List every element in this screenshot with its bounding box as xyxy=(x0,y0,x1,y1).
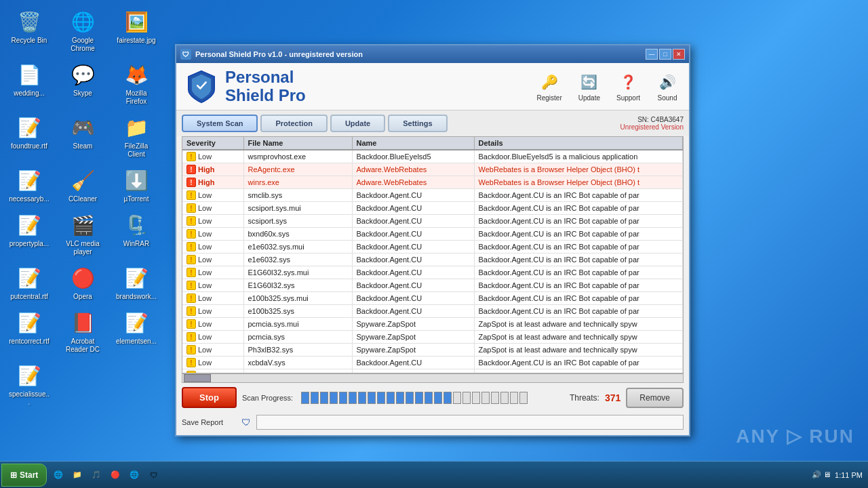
progress-block xyxy=(396,392,404,404)
tab-settings[interactable]: Settings xyxy=(388,115,447,132)
table-row[interactable]: !Low pcmcia.sys.mui Spyware.ZapSpot ZapS… xyxy=(182,318,683,331)
app-logo-area: Personal Shield Pro xyxy=(184,68,306,104)
table-row[interactable]: !Low xcbdaV.sys Backdoor.Agent.CU Backdo… xyxy=(182,357,683,369)
table-row[interactable]: !Low e1e6032.sys.mui Backdoor.Agent.CU B… xyxy=(182,241,683,253)
icon-google-chrome[interactable]: 🌐 Google Chrome xyxy=(59,5,106,56)
cell-filename: wsmprovhost.exe xyxy=(243,150,352,163)
table-row[interactable]: !Low e100b325.sys.mui Backdoor.Agent.CU … xyxy=(182,292,683,305)
progress-block xyxy=(472,392,480,404)
table-row[interactable]: !Low smclib.sys Backdoor.Agent.CU Backdo… xyxy=(182,189,683,202)
icon-foundtrue[interactable]: 📝 foundtrue.rtf xyxy=(5,111,53,161)
table-row[interactable]: !Low scsiport.sys.mui Backdoor.Agent.CU … xyxy=(182,202,683,215)
table-row[interactable]: !Low scsiport.sys Backdoor.Agent.CU Back… xyxy=(182,215,683,228)
table-row[interactable]: !Low e1e6032.sys Backdoor.Agent.CU Backd… xyxy=(182,253,683,266)
taskbar-shield-icon[interactable]: 🛡 xyxy=(144,466,162,484)
progress-block xyxy=(377,392,385,404)
tab-system-scan[interactable]: System Scan xyxy=(182,115,258,132)
nav-tabs: System Scan Protection Update Settings xyxy=(182,115,448,132)
icon-putcentral[interactable]: 📝 putcentral.rtf xyxy=(5,262,53,304)
cell-severity: !Low xyxy=(182,215,243,228)
taskbar-app1-icon[interactable]: 🔴 xyxy=(106,466,124,484)
table-row[interactable]: !Low wsmprovhost.exe Backdoor.BlueEyelsd… xyxy=(182,150,683,163)
icon-elementsen[interactable]: 📝 elementsen... xyxy=(113,306,160,357)
icon-skype[interactable]: 💬 Skype xyxy=(59,58,106,108)
filezilla-label: FileZilla Client xyxy=(115,142,157,159)
cell-details: WebRebates is a Browser Helper Object (B… xyxy=(474,163,683,176)
cell-details: WebRebates is a Browser Helper Object (B… xyxy=(474,176,683,189)
table-row[interactable]: !Low E1G60I32.sys Backdoor.Agent.CU Back… xyxy=(182,279,683,292)
firefox-icon: 🦊 xyxy=(123,61,150,88)
cell-name: Spyware.ZapSpot xyxy=(352,344,474,357)
app-title-icon: 🛡 xyxy=(180,49,191,60)
utorrent-icon: ⬇️ xyxy=(123,167,150,194)
table-row[interactable]: !Low Ph3xlB32.sys Spyware.ZapSpot ZapSpo… xyxy=(182,344,683,357)
cell-filename: xcbdaV.sys xyxy=(243,357,352,369)
start-icon: ⊞ xyxy=(10,470,17,480)
update-header-button[interactable]: 🔄 Update xyxy=(576,68,603,104)
close-button[interactable]: ✕ xyxy=(673,49,685,60)
cell-details: Backdoor.Agent.CU is an IRC Bot capable … xyxy=(474,266,683,279)
horizontal-scrollbar[interactable] xyxy=(182,373,684,383)
col-name: Name xyxy=(352,137,474,150)
icon-necessaryb[interactable]: 📝 necessaryb... xyxy=(5,164,53,206)
scrollbar-thumb[interactable] xyxy=(184,374,211,382)
tab-update[interactable]: Update xyxy=(330,115,385,132)
table-row[interactable]: !High ReAgentc.exe Adware.WebRebates Web… xyxy=(182,163,683,176)
table-row[interactable]: !Low E1G60I32.sys.mui Backdoor.Agent.CU … xyxy=(182,266,683,279)
icon-rentcorrect[interactable]: 📝 rentcorrect.rtf xyxy=(5,306,53,357)
icon-wedding[interactable]: 📄 wedding... xyxy=(5,58,53,108)
register-button[interactable]: 🔑 Register xyxy=(534,68,564,104)
icon-specialissue[interactable]: 📝 specialissue... xyxy=(5,359,53,409)
icon-firefox[interactable]: 🦊 Mozilla Firefox xyxy=(113,58,160,108)
brandswork-label: brandswork... xyxy=(116,293,157,301)
icon-ccleaner[interactable]: 🧹 CCleaner xyxy=(59,164,106,206)
progress-block xyxy=(387,392,395,404)
low-warning-icon: ! xyxy=(186,229,196,239)
ccleaner-label: CCleaner xyxy=(68,195,97,203)
icon-fairestate[interactable]: 🖼️ fairestate.jpg xyxy=(113,5,160,56)
sound-label: Sound xyxy=(658,94,677,102)
cell-severity: !Low xyxy=(182,279,243,292)
icon-steam[interactable]: 🎮 Steam xyxy=(59,111,106,161)
scan-table-container[interactable]: Severity File Name Name Details !Low wsm… xyxy=(182,136,684,373)
cell-details: Backdoor.Agent.CU is an IRC Bot capable … xyxy=(474,215,683,228)
progress-block xyxy=(510,392,518,404)
minimize-button[interactable]: — xyxy=(646,49,658,60)
table-row[interactable]: !Low bxnd60x.sys Backdoor.Agent.CU Backd… xyxy=(182,228,683,241)
restore-button[interactable]: □ xyxy=(659,49,671,60)
firefox-label: Mozilla Firefox xyxy=(115,89,157,106)
table-row[interactable]: !High winrs.exe Adware.WebRebates WebReb… xyxy=(182,176,683,189)
threats-area: Threats: 371 Remove xyxy=(570,388,684,408)
taskbar-folder-icon[interactable]: 📁 xyxy=(68,466,86,484)
icon-filezilla[interactable]: 📁 FileZilla Client xyxy=(113,111,160,161)
icon-vlc[interactable]: 🎬 VLC media player xyxy=(59,209,106,259)
start-button[interactable]: ⊞ Start xyxy=(1,464,47,487)
icon-winrar[interactable]: 🗜️ WinRAR xyxy=(113,209,160,259)
icon-opera[interactable]: 🔴 Opera xyxy=(59,262,106,304)
icon-brandswork[interactable]: 📝 brandswork... xyxy=(113,262,160,304)
table-row[interactable]: !Low pcmcia.sys Spyware.ZapSpot ZapSpot … xyxy=(182,331,683,344)
icon-acrobat[interactable]: 📕 Acrobat Reader DC xyxy=(59,306,106,357)
taskbar-chrome-icon[interactable]: 🌐 xyxy=(125,466,143,484)
icon-utorrent[interactable]: ⬇️ µTorrent xyxy=(113,164,160,206)
cell-filename: ReAgentc.exe xyxy=(243,163,352,176)
taskbar-media-icon[interactable]: 🎵 xyxy=(87,466,105,484)
remove-button[interactable]: Remove xyxy=(626,388,684,408)
unreg-text: Unregistered Version xyxy=(620,123,684,131)
stop-button[interactable]: Stop xyxy=(182,387,237,408)
taskbar-ie-icon[interactable]: 🌐 xyxy=(50,466,67,484)
icon-propertypl[interactable]: 📝 propertypla... xyxy=(5,209,53,259)
icon-recycle-bin[interactable]: 🗑️ Recycle Bin xyxy=(5,5,53,56)
cell-name: Backdoor.Agent.CU xyxy=(352,305,474,318)
low-warning-icon: ! xyxy=(186,306,196,316)
tab-protection[interactable]: Protection xyxy=(260,115,327,132)
progress-block xyxy=(311,392,319,404)
cell-details: Backdoor.Agent.CU is an IRC Bot capable … xyxy=(474,357,683,369)
cell-details: ZapSpot is at least adware and technical… xyxy=(474,344,683,357)
table-row[interactable]: !Low e100b325.sys Backdoor.Agent.CU Back… xyxy=(182,305,683,318)
cell-name: Backdoor.Agent.CU xyxy=(352,241,474,253)
sound-button[interactable]: 🔊 Sound xyxy=(654,68,681,104)
save-report-input[interactable] xyxy=(256,415,684,430)
rentcorrect-icon: 📝 xyxy=(16,309,43,336)
support-button[interactable]: ❓ Support xyxy=(614,68,643,104)
